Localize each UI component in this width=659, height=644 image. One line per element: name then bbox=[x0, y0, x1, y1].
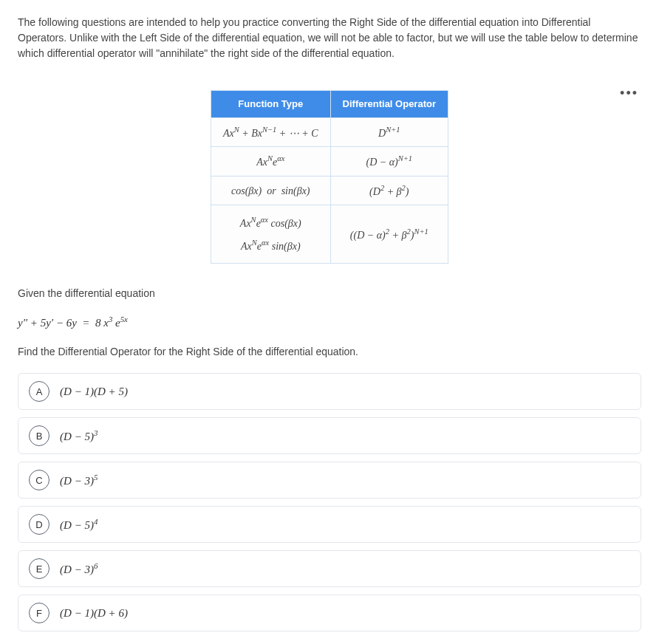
find-label: Find the Differential Operator for the R… bbox=[18, 344, 641, 360]
option-c[interactable]: C (D − 3)5 bbox=[18, 462, 641, 499]
option-e[interactable]: E (D − 3)6 bbox=[18, 550, 641, 587]
given-label: Given the differential equation bbox=[18, 286, 641, 301]
option-letter: D bbox=[29, 514, 49, 535]
table-row: ((D − α)2 + β2)N+1 bbox=[330, 205, 448, 263]
intro-text: The following questions are intended to … bbox=[18, 15, 641, 61]
option-letter: A bbox=[29, 381, 49, 402]
table-row: (D2 + β2) bbox=[330, 176, 448, 205]
table-row: DN+1 bbox=[330, 117, 448, 147]
more-options-icon[interactable]: ••• bbox=[620, 83, 641, 103]
option-letter: B bbox=[29, 425, 49, 446]
option-text: (D − 5)4 bbox=[60, 515, 98, 534]
option-f[interactable]: F (D − 1)(D + 6) bbox=[18, 595, 641, 631]
option-text: (D − 3)6 bbox=[60, 560, 98, 578]
option-d[interactable]: D (D − 5)4 bbox=[18, 506, 641, 543]
option-a[interactable]: A (D − 1)(D + 5) bbox=[18, 373, 641, 410]
table-row: (D − α)N+1 bbox=[330, 147, 448, 177]
option-text: (D − 1)(D + 5) bbox=[60, 383, 128, 400]
operator-table: Function Type Differential Operator AxN … bbox=[211, 90, 448, 264]
option-b[interactable]: B (D − 5)3 bbox=[18, 417, 641, 454]
option-text: (D − 3)5 bbox=[60, 471, 98, 490]
options-list: A (D − 1)(D + 5) B (D − 5)3 C (D − 3)5 D… bbox=[18, 373, 641, 631]
option-letter: E bbox=[29, 558, 49, 579]
option-letter: F bbox=[29, 603, 49, 623]
option-text: (D − 1)(D + 6) bbox=[60, 605, 128, 622]
table-row: AxNeαx cos(βx) AxNeαx sin(βx) bbox=[211, 205, 330, 263]
option-letter: C bbox=[29, 470, 49, 490]
option-text: (D − 5)3 bbox=[60, 427, 98, 445]
table-row: AxN + BxN−1 + ⋯ + C bbox=[211, 117, 330, 147]
table-row: AxNeαx bbox=[211, 147, 330, 177]
table-row: cos(βx) or sin(βx) bbox=[211, 176, 330, 205]
differential-equation: y'' + 5y' − 6y = 8 x3 e5x bbox=[18, 313, 641, 332]
